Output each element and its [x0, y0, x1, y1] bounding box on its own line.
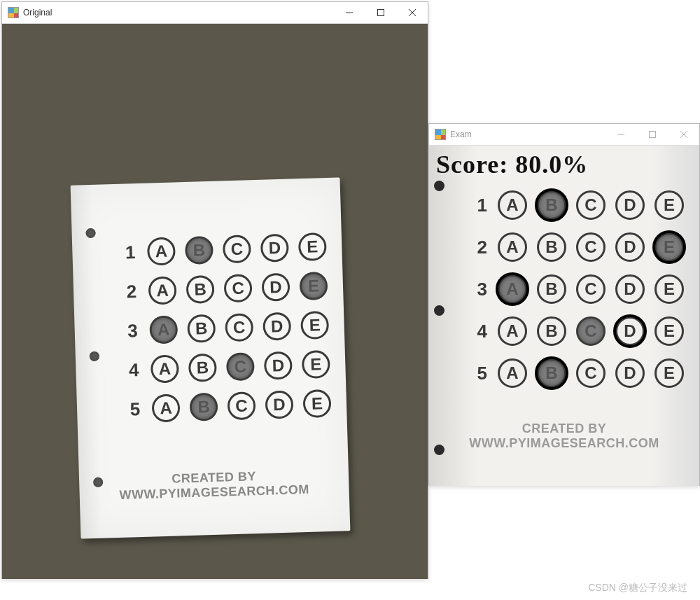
svg-rect-1 — [377, 10, 384, 16]
minimize-button[interactable] — [333, 2, 365, 23]
bubble-a: A — [147, 237, 176, 265]
question-number: 5 — [468, 363, 487, 384]
bubble-d: D — [615, 358, 645, 388]
bubble-a: A — [498, 316, 527, 346]
bubble-d: D — [261, 273, 290, 302]
question-number: 3 — [116, 320, 138, 342]
question-number: 4 — [118, 359, 139, 382]
bubble-c: C — [576, 274, 606, 304]
svg-rect-5 — [649, 132, 655, 138]
bubble-c: C — [576, 190, 606, 220]
question-row: 4ABCDE — [468, 310, 689, 352]
window-exam: Exam Score: 80.0% 1ABCDE2ABCDE3ABCDE4ABC… — [428, 123, 700, 486]
bubble-b: B — [188, 354, 217, 382]
bubble-a: A — [498, 190, 527, 220]
bubble-c: C — [227, 391, 255, 420]
punch-hole-icon — [85, 228, 95, 238]
bubble-e: E — [298, 232, 327, 261]
bubble-e: E — [302, 389, 331, 418]
watermark: CSDN @糖公子没来过 — [588, 582, 687, 594]
bubble-a: A — [149, 315, 178, 344]
bubble-e: E — [300, 311, 329, 340]
bubble-b: B — [189, 393, 218, 421]
question-row: 3ABCDE — [116, 305, 335, 351]
bubble-a: A — [148, 276, 177, 305]
app-icon — [8, 7, 19, 18]
bubble-a: A — [150, 354, 179, 383]
punch-hole-icon — [434, 305, 444, 316]
bubble-c: C — [226, 352, 255, 381]
titlebar[interactable]: Original — [2, 2, 428, 24]
bubble-d: D — [615, 190, 645, 220]
question-row: 2ABCDE — [115, 266, 333, 312]
credit-text: CREATED BY WWW.PYIMAGESEARCH.COM — [79, 466, 349, 503]
bubble-grid: 1ABCDE2ABCDE3ABCDE4ABCDE5ABCDE — [114, 227, 337, 429]
window-content: Score: 80.0% 1ABCDE2ABCDE3ABCDE4ABCDE5AB… — [429, 146, 699, 486]
punch-hole-icon — [434, 181, 444, 191]
bubble-d: D — [615, 232, 645, 262]
question-number: 3 — [468, 279, 487, 300]
window-title: Exam — [450, 130, 472, 139]
question-row: 5ABCDE — [118, 384, 337, 429]
question-row: 2ABCDE — [468, 226, 689, 268]
minimize-button[interactable] — [605, 124, 636, 145]
bubble-e: E — [654, 274, 684, 304]
bubble-b: B — [537, 274, 566, 304]
bubble-d: D — [262, 312, 291, 341]
bubble-b: B — [185, 236, 214, 265]
bubble-grid: 1ABCDE2ABCDE3ABCDE4ABCDE5ABCDE — [468, 184, 689, 394]
maximize-button[interactable] — [365, 2, 396, 23]
question-number: 2 — [115, 281, 137, 303]
bubble-b: B — [537, 358, 566, 388]
question-number: 5 — [119, 398, 141, 421]
bubble-d: D — [264, 351, 293, 380]
answer-sheet-paper: 1ABCDE2ABCDE3ABCDE4ABCDE5ABCDE CREATED B… — [71, 177, 351, 538]
punch-hole-icon — [90, 351, 99, 361]
bubble-d: D — [265, 391, 293, 419]
bubble-c: C — [576, 358, 606, 388]
close-button[interactable] — [396, 2, 428, 23]
bubble-e: E — [302, 350, 330, 379]
maximize-button[interactable] — [636, 124, 668, 145]
bubble-d: D — [260, 234, 289, 263]
question-row: 1ABCDE — [468, 184, 689, 226]
score-text: Score: 80.0% — [436, 150, 588, 179]
bubble-b: B — [537, 316, 566, 346]
window-content: 1ABCDE2ABCDE3ABCDE4ABCDE5ABCDE CREATED B… — [2, 24, 428, 579]
question-number: 1 — [468, 195, 487, 216]
question-number: 4 — [468, 321, 487, 342]
question-number: 1 — [114, 242, 136, 264]
bubble-c: C — [225, 313, 253, 342]
bubble-b: B — [187, 314, 216, 343]
bubble-a: A — [498, 358, 527, 388]
titlebar[interactable]: Exam — [429, 124, 699, 146]
bubble-a: A — [498, 232, 527, 262]
bubble-c: C — [576, 316, 606, 346]
bubble-e: E — [654, 190, 684, 220]
bubble-b: B — [537, 232, 566, 262]
bubble-e: E — [299, 272, 328, 300]
window-title: Original — [23, 8, 52, 18]
bubble-e: E — [654, 232, 684, 262]
question-row: 4ABCDE — [118, 344, 336, 390]
bubble-a: A — [152, 393, 181, 422]
bubble-b: B — [186, 275, 214, 304]
question-number: 2 — [468, 237, 487, 258]
question-row: 1ABCDE — [114, 227, 332, 272]
question-row: 3ABCDE — [468, 268, 689, 310]
bubble-e: E — [654, 316, 684, 346]
question-row: 5ABCDE — [468, 352, 689, 394]
bubble-c: C — [223, 274, 252, 302]
bubble-e: E — [654, 358, 684, 388]
bubble-c: C — [576, 232, 606, 262]
app-icon — [435, 129, 446, 140]
close-button[interactable] — [668, 124, 699, 145]
bubble-b: B — [537, 190, 566, 220]
bubble-c: C — [223, 235, 251, 263]
window-original: Original 1ABCDE2ABCDE3ABCDE4ABCDE5ABCDE … — [1, 1, 428, 579]
bubble-a: A — [498, 274, 527, 304]
bubble-d: D — [615, 316, 645, 346]
credit-text: CREATED BY WWW.PYIMAGESEARCH.COM — [429, 421, 699, 451]
bubble-d: D — [615, 274, 645, 304]
